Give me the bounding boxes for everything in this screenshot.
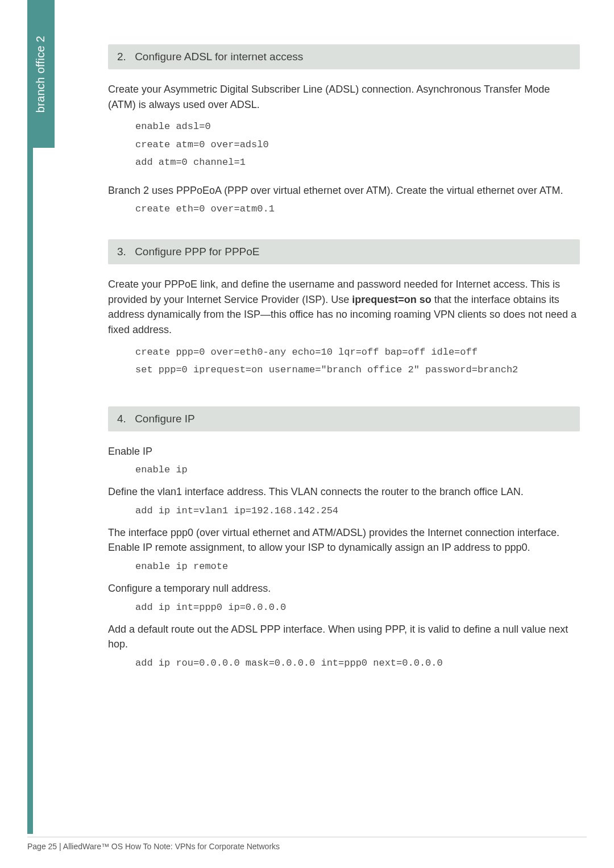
code-block: create eth=0 over=atm0.1 bbox=[135, 203, 580, 214]
heading-step-4: 4. Configure IP bbox=[108, 406, 580, 431]
paragraph: Create your Asymmetric Digital Subscribe… bbox=[108, 82, 580, 112]
side-bar-accent bbox=[27, 148, 33, 834]
code-block: create ppp=0 over=eth0-any echo=10 lqr=o… bbox=[135, 343, 580, 379]
paragraph: Configure a temporary null address. bbox=[108, 581, 580, 596]
page-content: 2. Configure ADSL for internet access Cr… bbox=[108, 44, 580, 678]
step-number: 2. bbox=[117, 51, 126, 63]
paragraph: Enable IP bbox=[108, 444, 580, 459]
step-number: 3. bbox=[117, 246, 126, 258]
code-block: add ip rou=0.0.0.0 mask=0.0.0.0 int=ppp0… bbox=[135, 658, 580, 668]
code-block: add ip int=vlan1 ip=192.168.142.254 bbox=[135, 505, 580, 516]
side-tab: branch office 2 bbox=[27, 0, 55, 148]
page-footer: Page 25 | AlliedWare™ OS How To Note: VP… bbox=[27, 837, 587, 851]
step-title: Configure ADSL for internet access bbox=[135, 51, 303, 63]
step-number: 4. bbox=[117, 413, 126, 425]
code-block: enable ip bbox=[135, 464, 580, 475]
paragraph: The interface ppp0 (over virtual etherne… bbox=[108, 525, 580, 555]
heading-step-2: 2. Configure ADSL for internet access bbox=[108, 44, 580, 69]
paragraph: Create your PPPoE link, and define the u… bbox=[108, 277, 580, 338]
code-block: enable adsl=0 create atm=0 over=adsl0 ad… bbox=[135, 118, 580, 171]
step-title: Configure IP bbox=[135, 413, 195, 425]
step-title: Configure PPP for PPPoE bbox=[135, 246, 259, 258]
paragraph: Define the vlan1 interface address. This… bbox=[108, 484, 580, 500]
code-block: add ip int=ppp0 ip=0.0.0.0 bbox=[135, 602, 580, 613]
side-tab-label: branch office 2 bbox=[35, 35, 48, 112]
paragraph: Add a default route out the ADSL PPP int… bbox=[108, 622, 580, 652]
paragraph: Branch 2 uses PPPoEoA (PPP over virtual … bbox=[108, 183, 580, 198]
code-block: enable ip remote bbox=[135, 561, 580, 572]
bold-text: iprequest=on so bbox=[352, 294, 432, 305]
heading-step-3: 3. Configure PPP for PPPoE bbox=[108, 239, 580, 264]
